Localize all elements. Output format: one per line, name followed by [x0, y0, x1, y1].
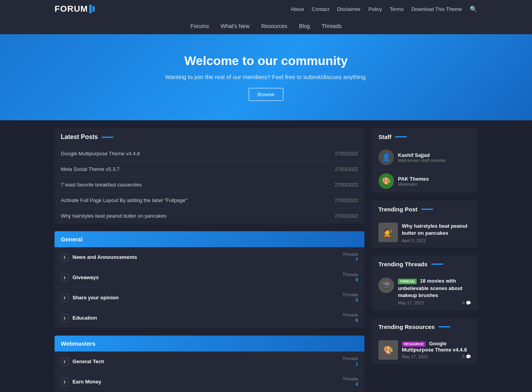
- staff-divider: [395, 136, 407, 137]
- thread-meta: May 17, 2022 4 💬: [398, 301, 471, 306]
- right-column: Staff 👤 Kashif Sajjad Well-known staff m…: [372, 128, 477, 392]
- webmasters-category-card: Webmasters ▮ General Tech Threads1 ▮ Ear…: [55, 336, 364, 392]
- forum-icon: ▮: [61, 314, 69, 322]
- staff-name: Kashif Sajjad: [398, 152, 446, 158]
- forum-row: ▮ Share your opinion Threads5: [55, 288, 364, 308]
- resource-replies: 5 💬: [462, 354, 471, 359]
- thread-count: 6: [343, 317, 358, 323]
- resource-thumb: 🎨: [378, 340, 398, 360]
- post-link[interactable]: Meta Social Theme v5.3.7: [61, 166, 120, 172]
- thread-count: 5: [343, 297, 358, 303]
- staff-role: Moderator: [398, 182, 429, 186]
- thread-count: 9: [343, 277, 358, 283]
- forum-row-left: ▮ News and Announcements: [61, 253, 137, 261]
- staff-member: 🎨 PAK Themes Moderator: [372, 169, 477, 193]
- forum-name[interactable]: Earn Money: [72, 379, 101, 385]
- thread-replies: 4 💬: [462, 301, 471, 306]
- thread-info: Thread 18 movies with unbelievable scene…: [398, 278, 471, 306]
- forum-stats: Threads4: [343, 376, 358, 387]
- nav-threads[interactable]: Threads: [322, 23, 341, 29]
- resource-reply-count: 5: [462, 354, 465, 359]
- forum-icon: ▮: [61, 294, 69, 302]
- resource-date: May 17, 2022: [402, 354, 428, 359]
- top-nav: About Contact Disclaimer Policy Terms Do…: [291, 5, 477, 13]
- resource-item: 🎨 Resource Google Multipurpose Theme v4.…: [372, 336, 477, 364]
- category-header-webmasters: Webmasters: [55, 336, 364, 352]
- trending-post-header: Trending Post: [372, 200, 477, 218]
- avatar: 👤: [378, 149, 394, 165]
- main-container: Latest Posts Google Multipurpose Theme v…: [0, 120, 532, 392]
- nav-resources[interactable]: Resources: [261, 23, 287, 29]
- post-row: Activate Full Page Layout By adding the …: [55, 193, 364, 208]
- search-icon[interactable]: 🔍: [470, 5, 477, 13]
- trending-post-thumb: 💇: [378, 223, 398, 242]
- hero-banner: Welcome to our community Wanting to join…: [0, 34, 532, 120]
- nav-about[interactable]: About: [291, 6, 304, 12]
- forum-row-left: ▮ Share your opinion: [61, 294, 118, 302]
- general-category-card: General ▮ News and Announcements Threads…: [55, 231, 364, 328]
- staff-header: Staff: [372, 128, 477, 146]
- post-link[interactable]: Activate Full Page Layout By adding the …: [61, 197, 187, 203]
- forum-stats: Threads5: [343, 292, 358, 303]
- logo: FORUM: [55, 4, 95, 14]
- forum-icon: ▮: [61, 253, 69, 261]
- nav-policy[interactable]: Policy: [368, 6, 382, 12]
- forum-stats: Threads6: [343, 313, 358, 323]
- forum-icon: ▮: [61, 358, 69, 366]
- category-title-general: General: [61, 236, 83, 243]
- staff-member: 👤 Kashif Sajjad Well-known staff member: [372, 146, 477, 169]
- thread-count: 7: [343, 257, 358, 262]
- forum-name[interactable]: General Tech: [72, 359, 104, 364]
- forum-name[interactable]: Education: [72, 315, 97, 321]
- post-date: 27/03/2022: [335, 213, 358, 219]
- forum-name[interactable]: Share your opinion: [72, 295, 118, 301]
- post-row: 7 least favorite breakfast casseroles 27…: [55, 177, 364, 193]
- post-link[interactable]: Google Multipurpose Theme v4.4.8: [61, 151, 140, 156]
- resource-badge: Resource: [402, 341, 426, 347]
- trending-resources-divider: [438, 326, 450, 327]
- post-link[interactable]: Why hairstyles beat peanut butter on pan…: [61, 213, 166, 219]
- post-link[interactable]: 7 least favorite breakfast casseroles: [61, 182, 141, 188]
- staff-role: Well-known staff member: [398, 158, 446, 163]
- staff-card: Staff 👤 Kashif Sajjad Well-known staff m…: [372, 128, 477, 193]
- browse-button[interactable]: Browse: [249, 88, 283, 101]
- post-date: 27/03/2022: [335, 198, 358, 203]
- staff-title: Staff: [378, 134, 391, 140]
- nav-terms[interactable]: Terms: [390, 6, 403, 12]
- trending-post-item: 💇 Why hairstyles beat peanut butter on p…: [372, 218, 477, 248]
- nav-download-theme[interactable]: Download This Theme: [411, 6, 462, 12]
- post-date: 27/03/2022: [335, 167, 358, 172]
- reply-count: 4: [462, 301, 465, 305]
- trending-threads-card: Trending Threads 🎬 Thread 18 movies with…: [372, 255, 477, 310]
- forum-row-left: ▮ Giveaways: [61, 274, 99, 281]
- forum-stats: Threads9: [343, 272, 358, 283]
- thread-count: 1: [343, 361, 358, 367]
- trending-post-text[interactable]: Why hairstyles beat peanut butter on pan…: [402, 223, 471, 237]
- hero-subtitle: Wanting to join the rest of our members?…: [8, 74, 524, 80]
- trending-post-divider: [421, 209, 433, 210]
- nav-forums[interactable]: Forums: [190, 23, 209, 29]
- trending-resources-card: Trending Resources 🎨 Resource Google Mul…: [372, 318, 477, 364]
- thread-badge: Thread: [398, 279, 417, 284]
- thread-title-row: Thread 18 movies with unbelievable scene…: [398, 278, 471, 299]
- nav-blog[interactable]: Blog: [299, 23, 310, 29]
- thread-count: 4: [343, 381, 358, 387]
- staff-name: PAK Themes: [398, 176, 429, 182]
- resource-info: Resource Google Multipurpose Theme v4.4.…: [402, 340, 471, 359]
- forum-row: ▮ General Tech Threads1: [55, 352, 364, 372]
- post-row: Google Multipurpose Theme v4.4.8 27/03/2…: [55, 146, 364, 162]
- category-header-general: General: [55, 231, 364, 247]
- forum-row: ▮ Giveaways Threads9: [55, 267, 364, 288]
- resource-title-row: Resource Google Multipurpose Theme v4.4.…: [402, 340, 471, 353]
- nav-contact[interactable]: Contact: [312, 6, 329, 12]
- nav-disclaimer[interactable]: Disclaimer: [337, 6, 361, 12]
- forum-name[interactable]: Giveaways: [72, 274, 99, 280]
- secondary-nav: Forums What's New Resources Blog Threads: [0, 18, 532, 34]
- post-date: 27/03/2022: [335, 151, 358, 156]
- resource-meta: May 17, 2022 5 💬: [402, 354, 471, 359]
- nav-whats-new[interactable]: What's New: [221, 23, 249, 29]
- avatar: 🎨: [378, 173, 394, 189]
- forum-name[interactable]: News and Announcements: [72, 254, 137, 260]
- trending-thread-item: 🎬 Thread 18 movies with unbelievable sce…: [372, 273, 477, 310]
- trending-resources-header: Trending Resources: [372, 318, 477, 336]
